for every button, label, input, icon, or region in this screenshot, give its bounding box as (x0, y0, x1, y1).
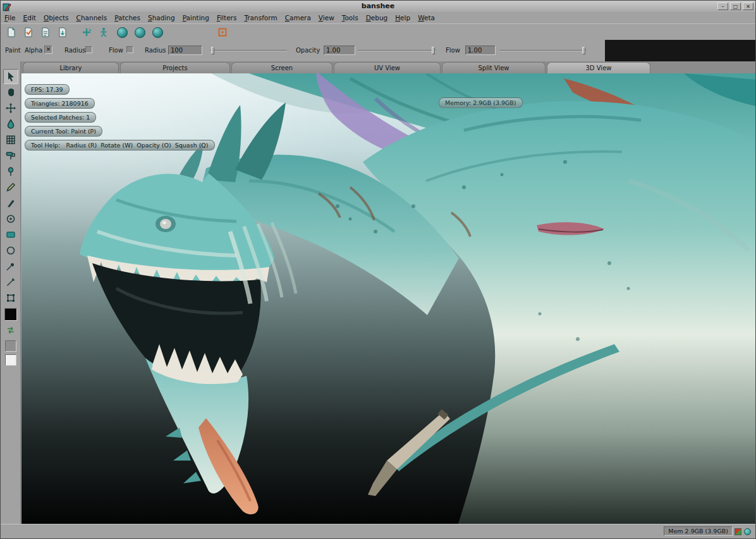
tab-split-view[interactable]: Split View (442, 62, 546, 73)
menu-tools[interactable]: Tools (338, 14, 362, 22)
open-project-icon[interactable] (22, 26, 35, 39)
marquee-tool-button[interactable] (3, 227, 18, 242)
pin-tool-button[interactable] (3, 164, 18, 179)
clone-stamp-icon (5, 213, 16, 225)
status-led-icon (744, 528, 751, 535)
pencil-icon (5, 182, 16, 193)
shader-ball-2-icon[interactable] (135, 27, 145, 38)
foreground-color-swatch[interactable] (4, 308, 17, 321)
opacity-input[interactable] (324, 46, 355, 55)
opacity-slider-track (358, 50, 436, 51)
flow-slider[interactable] (499, 47, 587, 54)
marker-icon (5, 197, 16, 209)
radius-toggle-label: Radius (64, 47, 86, 54)
opacity-label: Opacity (296, 47, 320, 54)
shader-ball-3-icon[interactable] (152, 27, 163, 38)
hud-memory: Memory: 2.9GB (3.9GB) (439, 97, 523, 108)
main-toolbar (1, 23, 755, 41)
new-project-icon[interactable] (5, 26, 18, 39)
eyedropper-icon (5, 261, 16, 272)
menu-transform[interactable]: Transform (240, 14, 281, 22)
menu-filters[interactable]: Filters (213, 14, 240, 22)
droplet-tool-button[interactable] (3, 116, 18, 132)
clone-tool-button[interactable] (3, 211, 18, 226)
titlebar[interactable]: banshee – □ ✕ (1, 1, 755, 13)
hud-fps: FPS: 17.39 (25, 84, 70, 95)
flow-input[interactable] (465, 46, 496, 55)
app-window: banshee – □ ✕ File Edit Objects Channels… (0, 0, 756, 539)
grid-icon (5, 134, 16, 146)
lighting-cube-icon[interactable] (216, 26, 229, 39)
pan-tool-button[interactable] (3, 85, 18, 100)
pencil-tool-button[interactable] (3, 180, 18, 195)
menu-objects[interactable]: Objects (40, 14, 73, 22)
tab-library[interactable]: Library (23, 62, 119, 73)
knife-tool-button[interactable] (3, 275, 18, 290)
flow-toggle-checkbox[interactable] (126, 46, 133, 53)
marquee-rect-icon (5, 229, 16, 240)
alpha-label: Alpha (25, 47, 42, 54)
move-arrows-icon (5, 102, 16, 114)
hud-tool-help: Tool Help: Radius (R) Rotate (W) Opacity… (25, 140, 215, 151)
swap-arrows-icon (5, 325, 16, 336)
radius-slider[interactable] (210, 47, 287, 54)
move-tool-button[interactable] (3, 101, 18, 116)
opacity-slider[interactable] (358, 47, 436, 54)
radius-toggle-checkbox[interactable] (85, 46, 92, 53)
hand-icon (5, 87, 16, 98)
close-button[interactable]: ✕ (743, 3, 753, 10)
alpha-checkbox[interactable]: ✕ (44, 46, 52, 54)
radius-input[interactable] (168, 46, 202, 55)
eyedropper-tool-button[interactable] (3, 259, 18, 274)
flow-slider-handle[interactable] (582, 47, 585, 54)
ellipse-tool-button[interactable] (3, 243, 18, 258)
checkmark-icon: ✕ (46, 46, 51, 53)
menu-debug[interactable]: Debug (362, 14, 392, 22)
droplet-icon (5, 118, 16, 130)
menu-edit[interactable]: Edit (20, 14, 40, 22)
viewport-3d[interactable]: FPS: 17.39 Triangles: 2180916 Selected P… (21, 73, 756, 526)
tool-palette (1, 61, 21, 524)
shader-ball-1-icon[interactable] (117, 27, 128, 38)
maximize-button[interactable]: □ (730, 3, 741, 10)
menu-help[interactable]: Help (391, 14, 414, 22)
tab-projects[interactable]: Projects (120, 62, 230, 73)
swap-colors-button[interactable] (3, 323, 18, 338)
menu-camera[interactable]: Camera (281, 14, 315, 22)
select-cursor-icon (5, 71, 16, 82)
tab-3d-view[interactable]: 3D View (547, 62, 650, 73)
paint-roller-icon (5, 150, 16, 161)
export-image-icon[interactable] (56, 26, 69, 39)
radius-slider-handle[interactable] (211, 47, 214, 54)
menu-weta[interactable]: Weta (414, 14, 439, 22)
menu-patches[interactable]: Patches (111, 14, 144, 22)
menu-painting[interactable]: Painting (179, 14, 213, 22)
activity-indicator-icon (735, 528, 741, 535)
memory-readout: Mem 2.9GB (3.9GB) (664, 526, 733, 536)
transform-tool-button[interactable] (3, 290, 18, 306)
opacity-slider-handle[interactable] (432, 47, 435, 54)
menu-file[interactable]: File (1, 14, 20, 22)
background-color-swatch[interactable] (5, 354, 16, 366)
hud-current-tool: Current Tool: Paint (P) (25, 126, 102, 137)
save-project-icon[interactable] (39, 26, 52, 39)
paint-tool-label: Paint (5, 47, 21, 54)
tab-uv-view[interactable]: UV View (334, 62, 441, 73)
select-tool-button[interactable] (3, 69, 18, 84)
paint-roller-tool-button[interactable] (3, 148, 18, 163)
menu-channels[interactable]: Channels (73, 14, 111, 22)
add-channel-icon[interactable] (80, 26, 93, 39)
grid-tool-button[interactable] (3, 132, 18, 147)
pose-icon[interactable] (97, 26, 110, 39)
tab-screen[interactable]: Screen (231, 62, 332, 73)
view-tab-bar: Library Projects Screen UV View Split Vi… (1, 61, 755, 74)
marker-tool-button[interactable] (3, 195, 18, 211)
midground-color-swatch[interactable] (5, 340, 16, 352)
knife-icon (5, 276, 16, 288)
transform-icon (5, 292, 16, 304)
minimize-button[interactable]: – (717, 3, 728, 10)
menu-shading[interactable]: Shading (144, 14, 179, 22)
flow-label: Flow (446, 47, 460, 54)
menu-view[interactable]: View (315, 14, 338, 22)
status-bar: Mem 2.9GB (3.9GB) (1, 524, 755, 538)
